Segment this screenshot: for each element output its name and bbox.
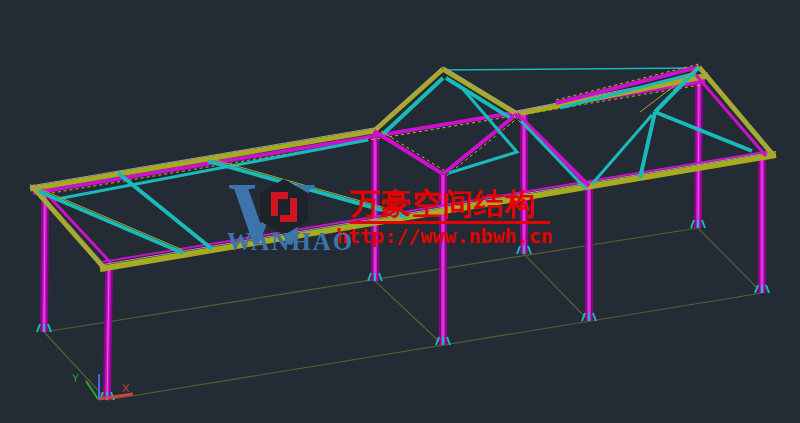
- watermark-company-name: 万豪空间结构: [350, 188, 550, 224]
- watermark-logo-text: WANHAO: [227, 228, 347, 256]
- column: [755, 160, 769, 293]
- ucs-y-label: Y: [72, 373, 79, 384]
- cad-viewport[interactable]: X Y W 万豪空间结构 http://www.nbwh.cn WANHAO: [0, 0, 800, 423]
- ucs-x-label: X: [122, 382, 130, 394]
- watermark-url: http://www.nbwh.cn: [336, 224, 553, 248]
- column: [691, 80, 705, 228]
- column: [582, 187, 596, 321]
- column: [100, 270, 114, 400]
- column: [37, 196, 51, 332]
